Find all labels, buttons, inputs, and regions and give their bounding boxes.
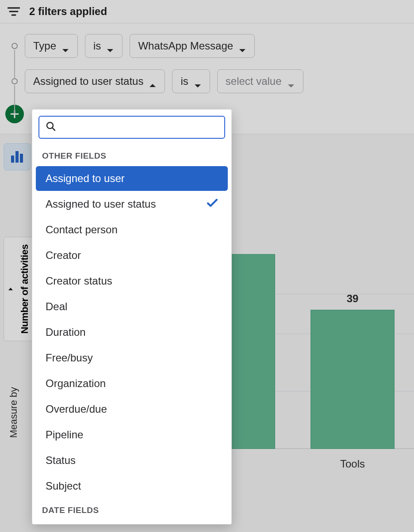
dropdown-option[interactable]: Creator [36, 243, 228, 268]
dropdown-option[interactable]: Pipeline [36, 422, 228, 447]
dropdown-option-label: Duration [46, 326, 86, 338]
bar-chart-button[interactable] [4, 143, 31, 171]
filter-node-icon [12, 43, 18, 49]
chart-bar[interactable] [310, 310, 395, 449]
x-axis-tick-label: Tools [340, 458, 365, 470]
svg-rect-2 [20, 154, 23, 163]
filter-operator-chip[interactable]: is [172, 69, 210, 93]
dropdown-option[interactable]: Overdue/due [36, 397, 228, 422]
measure-by-label[interactable]: Measure by [8, 387, 19, 438]
check-icon [207, 198, 218, 210]
filter-operator-label: is [93, 40, 101, 52]
dropdown-option[interactable]: Deal [36, 294, 228, 319]
filter-field-chip[interactable]: Type [25, 34, 78, 58]
dropdown-option-label: Assigned to user [46, 172, 125, 185]
filter-value-chip[interactable]: WhatsApp Message [130, 34, 255, 58]
filter-field-label: Assigned to user status [33, 75, 143, 87]
dropdown-option[interactable]: Assigned to user [36, 166, 228, 191]
filter-row: Assigned to user status is select value [7, 69, 407, 93]
svg-rect-1 [15, 151, 19, 163]
filter-operator-label: is [180, 75, 188, 87]
dropdown-option-label: Subject [46, 480, 81, 492]
dropdown-option[interactable]: Subject [36, 474, 228, 498]
filter-value-label: WhatsApp Message [138, 40, 233, 52]
dropdown-option-label: Assigned to user status [46, 198, 156, 210]
chevron-up-icon [149, 79, 157, 84]
filter-field-chip[interactable]: Assigned to user status [25, 69, 165, 93]
bar-chart-icon [10, 150, 25, 163]
dropdown-search-wrap [32, 110, 231, 145]
dropdown-option[interactable]: Creator status [36, 269, 228, 293]
dropdown-option-label: Pipeline [46, 429, 83, 441]
dropdown-option[interactable]: Status [36, 448, 228, 473]
dropdown-option-label: Deal [46, 300, 67, 313]
chevron-down-icon [287, 79, 295, 84]
filter-node-icon [12, 78, 18, 84]
filter-value-placeholder: select value [226, 75, 282, 87]
search-icon [46, 121, 56, 133]
chevron-down-icon [194, 79, 202, 84]
dropdown-search-input[interactable] [61, 122, 218, 133]
svg-rect-0 [11, 156, 14, 163]
chevron-right-icon [8, 286, 15, 292]
dropdown-search[interactable] [38, 116, 225, 139]
dropdown-option-label: Status [46, 454, 76, 467]
dropdown-group-label: Date fields [32, 499, 231, 520]
filter-menu-icon[interactable] [7, 6, 20, 17]
filters-header: 2 filters applied [0, 0, 414, 23]
dropdown-option[interactable]: Free/busy [36, 346, 228, 370]
dropdown-option[interactable]: Duration [36, 320, 228, 345]
y-axis-label: Number of activities [19, 244, 31, 334]
filter-field-label: Type [33, 40, 56, 52]
filters-applied-label: 2 filters applied [29, 5, 107, 18]
dropdown-option-label: Organization [46, 377, 106, 390]
dropdown-option-label: Creator status [46, 275, 112, 287]
dropdown-option[interactable]: Contact person [36, 217, 228, 242]
dropdown-option-list[interactable]: Other fieldsAssigned to userAssigned to … [32, 145, 231, 524]
dropdown-option-label: Overdue/due [46, 403, 107, 415]
bar-value-label: 39 [347, 293, 359, 305]
y-axis-selector[interactable]: Number of activities [4, 237, 35, 341]
chevron-down-icon [106, 43, 114, 49]
dropdown-group-label: Other fields [32, 145, 231, 165]
filter-operator-chip[interactable]: is [85, 34, 123, 58]
chevron-down-icon [61, 43, 69, 49]
dropdown-option[interactable]: Assigned to user status [36, 192, 228, 217]
filter-value-chip[interactable]: select value [217, 69, 303, 93]
dropdown-option-label: Contact person [46, 224, 118, 236]
dropdown-option-label: Free/busy [46, 352, 93, 364]
dropdown-option-label: Creator [46, 249, 81, 262]
chevron-down-icon [238, 43, 246, 49]
filter-row: Type is WhatsApp Message [7, 34, 407, 58]
field-dropdown: Other fieldsAssigned to userAssigned to … [32, 109, 232, 524]
dropdown-option[interactable]: Organization [36, 371, 228, 396]
